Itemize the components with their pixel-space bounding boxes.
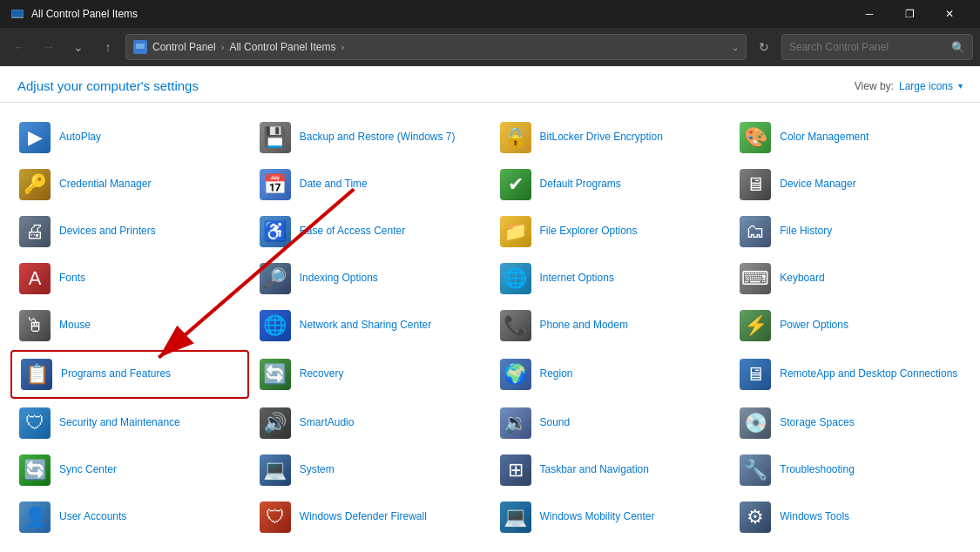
app-icon — [10, 7, 24, 21]
refresh-button[interactable]: ↻ — [752, 35, 776, 59]
indexing-label: Indexing Options — [300, 272, 378, 286]
ease-label: Ease of Access Center — [300, 225, 405, 239]
winmobility-label: Windows Mobility Center — [540, 510, 655, 524]
back-button[interactable]: ← — [7, 35, 31, 59]
region-icon: 🌍 — [500, 359, 531, 390]
system-label: System — [300, 463, 335, 477]
control-item-fonts[interactable]: AFonts — [10, 256, 249, 301]
control-item-datetime[interactable]: 📅Date and Time — [251, 162, 490, 207]
phone-icon: 📞 — [500, 310, 531, 341]
system-icon: 💻 — [260, 454, 291, 486]
control-item-default[interactable]: ✔Default Programs — [491, 162, 730, 207]
control-item-ease[interactable]: ♿Ease of Access Center — [251, 209, 490, 254]
region-label: Region — [540, 367, 573, 381]
control-item-fileexp[interactable]: 📁File Explorer Options — [491, 209, 730, 254]
control-item-backup[interactable]: 💾Backup and Restore (Windows 7) — [251, 115, 490, 160]
storage-icon: 💿 — [740, 407, 771, 439]
control-item-sound[interactable]: 🔉Sound — [491, 401, 730, 446]
network-label: Network and Sharing Center — [300, 319, 431, 333]
control-item-sync[interactable]: 🔄Sync Center — [10, 448, 249, 493]
control-item-devprinters[interactable]: 🖨Devices and Printers — [10, 209, 249, 254]
devprinters-label: Devices and Printers — [59, 225, 156, 239]
trouble-icon: 🔧 — [740, 454, 771, 486]
phone-label: Phone and Modem — [540, 319, 628, 333]
control-item-power[interactable]: ⚡Power Options — [731, 303, 970, 348]
windefender-label: Windows Defender Firewall — [300, 510, 427, 524]
control-item-remoteapp[interactable]: 🖥RemoteApp and Desktop Connections — [731, 350, 970, 399]
windefender-icon: 🛡 — [260, 502, 291, 533]
control-item-credential[interactable]: 🔑Credential Manager — [10, 162, 249, 207]
taskbar-label: Taskbar and Navigation — [540, 463, 649, 477]
address-bar[interactable]: Control Panel › All Control Panel Items … — [125, 34, 747, 60]
filehistory-label: File History — [780, 225, 832, 239]
search-input[interactable] — [789, 41, 946, 53]
control-item-recovery[interactable]: 🔄Recovery — [251, 350, 490, 399]
control-item-internet[interactable]: 🌐Internet Options — [491, 256, 730, 301]
recovery-icon: 🔄 — [260, 359, 291, 390]
sound-label: Sound — [540, 416, 571, 430]
items-area: ▶AutoPlay💾Backup and Restore (Windows 7)… — [0, 103, 980, 552]
power-label: Power Options — [780, 319, 848, 333]
svg-rect-1 — [12, 10, 23, 17]
control-item-network[interactable]: 🌐Network and Sharing Center — [251, 303, 490, 348]
keyboard-icon: ⌨ — [740, 263, 771, 294]
control-item-windefender[interactable]: 🛡Windows Defender Firewall — [251, 495, 490, 540]
color-icon: 🎨 — [740, 122, 771, 153]
default-label: Default Programs — [540, 178, 621, 192]
control-item-programs[interactable]: 📋Programs and Features — [10, 350, 249, 399]
control-item-storage[interactable]: 💿Storage Spaces — [731, 401, 970, 446]
restore-button[interactable]: ❐ — [889, 0, 929, 28]
minimize-button[interactable]: ─ — [849, 0, 889, 28]
view-by-value[interactable]: Large icons — [899, 80, 953, 92]
taskbar-icon: ⊞ — [500, 454, 531, 486]
breadcrumb-control-panel[interactable]: Control Panel — [152, 41, 216, 53]
close-button[interactable]: ✕ — [929, 0, 970, 28]
control-item-security[interactable]: 🛡Security and Maintenance — [10, 401, 249, 446]
keyboard-label: Keyboard — [780, 272, 824, 286]
address-dropdown-arrow[interactable]: ⌄ — [732, 43, 739, 52]
control-item-mouse[interactable]: 🖱Mouse — [10, 303, 249, 348]
winmobility-icon: 💻 — [500, 502, 531, 533]
control-item-bitlocker[interactable]: 🔒BitLocker Drive Encryption — [491, 115, 730, 160]
control-item-color[interactable]: 🎨Color Management — [731, 115, 970, 160]
breadcrumb-all-items[interactable]: All Control Panel Items — [229, 41, 335, 53]
control-item-region[interactable]: 🌍Region — [491, 350, 730, 399]
smartaudio-icon: 🔊 — [260, 407, 291, 439]
programs-icon: 📋 — [21, 359, 52, 390]
control-item-keyboard[interactable]: ⌨Keyboard — [731, 256, 970, 301]
internet-label: Internet Options — [540, 272, 614, 286]
control-item-smartaudio[interactable]: 🔊SmartAudio — [251, 401, 490, 446]
default-icon: ✔ — [500, 169, 531, 200]
credential-icon: 🔑 — [19, 169, 51, 200]
datetime-icon: 📅 — [260, 169, 291, 200]
control-item-user[interactable]: 👤User Accounts — [10, 495, 249, 540]
address-bar-icon — [133, 40, 147, 54]
control-item-winmobility[interactable]: 💻Windows Mobility Center — [491, 495, 730, 540]
up-button[interactable]: ↑ — [96, 35, 120, 59]
control-item-system[interactable]: 💻System — [251, 448, 490, 493]
control-item-taskbar[interactable]: ⊞Taskbar and Navigation — [491, 448, 730, 493]
window-controls: ─ ❐ ✕ — [849, 0, 970, 28]
security-icon: 🛡 — [19, 407, 51, 439]
control-item-trouble[interactable]: 🔧Troubleshooting — [731, 448, 970, 493]
device-label: Device Manager — [780, 178, 855, 192]
recent-locations-button[interactable]: ⌄ — [66, 35, 91, 59]
control-item-wintools[interactable]: ⚙Windows Tools — [731, 495, 970, 540]
sync-icon: 🔄 — [19, 454, 51, 486]
control-item-device[interactable]: 🖥Device Manager — [731, 162, 970, 207]
forward-button[interactable]: → — [37, 35, 61, 59]
smartaudio-label: SmartAudio — [300, 416, 355, 430]
search-box[interactable]: 🔍 — [781, 34, 973, 60]
control-item-filehistory[interactable]: 🗂File History — [731, 209, 970, 254]
control-item-indexing[interactable]: 🔎Indexing Options — [251, 256, 490, 301]
titlebar: All Control Panel Items ─ ❐ ✕ — [0, 0, 980, 28]
control-item-autoplay[interactable]: ▶AutoPlay — [10, 115, 249, 160]
remoteapp-icon: 🖥 — [740, 359, 771, 390]
fileexp-icon: 📁 — [500, 216, 531, 247]
credential-label: Credential Manager — [59, 178, 151, 192]
wintools-label: Windows Tools — [780, 510, 849, 524]
control-item-phone[interactable]: 📞Phone and Modem — [491, 303, 730, 348]
user-label: User Accounts — [59, 510, 126, 524]
content-header: Adjust your computer's settings View by:… — [0, 66, 980, 103]
view-by-arrow[interactable]: ▾ — [958, 81, 963, 91]
